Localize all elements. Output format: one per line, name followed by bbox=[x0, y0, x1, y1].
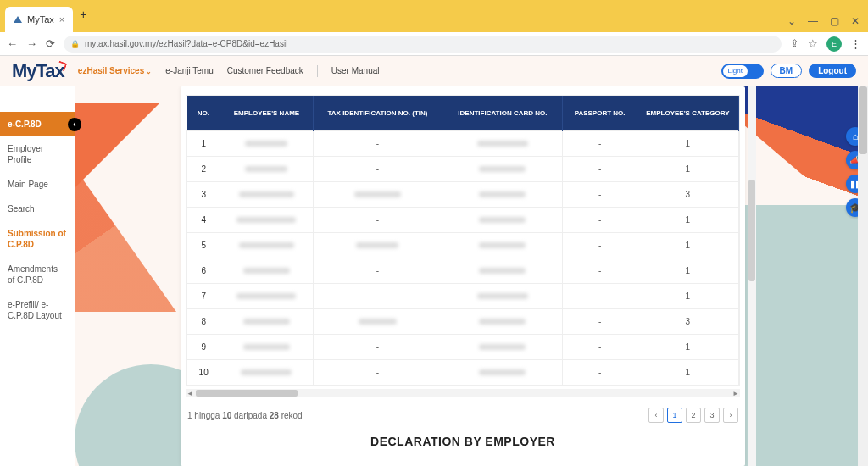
ezhasil-services-menu[interactable]: ezHasil Services⌄ bbox=[78, 66, 152, 75]
table-cell: 10 bbox=[187, 360, 220, 386]
table-cell: - bbox=[563, 258, 637, 284]
scrollbar-thumb[interactable] bbox=[196, 390, 298, 397]
table-cell: - bbox=[563, 157, 637, 182]
table-cell: 2 bbox=[187, 157, 220, 182]
table-row: 1--1 bbox=[187, 131, 739, 157]
table-row: 8-3 bbox=[187, 309, 739, 335]
table-cell bbox=[313, 309, 442, 335]
window-controls: ⌄ — ▢ ✕ bbox=[787, 15, 868, 32]
table-header: NO. bbox=[187, 96, 220, 131]
sidebar-item-1[interactable]: Main Page bbox=[0, 172, 75, 197]
star-icon[interactable]: ☆ bbox=[808, 37, 818, 50]
table-cell bbox=[442, 131, 563, 157]
tab-title: MyTax bbox=[27, 14, 54, 25]
header-link-feedback[interactable]: Customer Feedback bbox=[227, 66, 303, 75]
header-link-manual[interactable]: User Manual bbox=[331, 66, 380, 75]
content-scrollbar[interactable] bbox=[748, 86, 756, 466]
table-cell bbox=[220, 233, 313, 258]
close-tab-icon[interactable]: × bbox=[59, 14, 64, 25]
table-cell: 6 bbox=[187, 258, 220, 284]
table-cell: - bbox=[313, 360, 442, 386]
table-cell: 8 bbox=[187, 309, 220, 335]
table-cell: - bbox=[563, 131, 637, 157]
maximize-icon[interactable]: ▢ bbox=[830, 15, 839, 27]
table-cell: 1 bbox=[637, 208, 738, 233]
kebab-menu-icon[interactable]: ⋮ bbox=[850, 37, 861, 50]
table-cell: - bbox=[563, 284, 637, 309]
table-cell: - bbox=[563, 309, 637, 335]
table-cell: - bbox=[563, 208, 637, 233]
table-cell: - bbox=[313, 335, 442, 360]
table-cell: 3 bbox=[187, 182, 220, 208]
table-cell: 3 bbox=[637, 182, 738, 208]
scroll-right-icon[interactable]: ► bbox=[732, 390, 740, 397]
table-cell: 7 bbox=[187, 284, 220, 309]
sidebar-item-4[interactable]: Amendments of C.P.8D bbox=[0, 257, 75, 292]
minimize-icon[interactable]: — bbox=[808, 15, 818, 27]
content-panel: NO.EMPLOYEE'S NAMETAX IDENTIFICATION NO.… bbox=[181, 86, 745, 466]
table-cell bbox=[313, 182, 442, 208]
header-link-ejanji[interactable]: e-Janji Temu bbox=[165, 66, 214, 75]
close-window-icon[interactable]: ✕ bbox=[851, 15, 860, 27]
table-cell bbox=[220, 182, 313, 208]
language-button[interactable]: BM bbox=[771, 64, 803, 78]
table-cell: - bbox=[313, 258, 442, 284]
forward-icon[interactable]: → bbox=[26, 37, 37, 50]
table-cell: 3 bbox=[637, 309, 738, 335]
table-cell bbox=[442, 335, 563, 360]
table-cell: 1 bbox=[187, 131, 220, 157]
table-row: 6--1 bbox=[187, 258, 739, 284]
lock-icon: 🔒 bbox=[70, 40, 80, 48]
sidebar-item-3[interactable]: Submission of C.P.8D bbox=[0, 221, 75, 257]
table-cell: 9 bbox=[187, 335, 220, 360]
table-cell: 1 bbox=[637, 233, 738, 258]
back-icon[interactable]: ← bbox=[7, 37, 18, 50]
table-cell bbox=[442, 208, 563, 233]
table-cell bbox=[220, 258, 313, 284]
sidebar-collapse-icon[interactable]: ‹ bbox=[68, 118, 81, 131]
theme-toggle[interactable]: Light bbox=[721, 64, 764, 79]
logout-button[interactable]: Logout bbox=[809, 64, 856, 78]
profile-avatar[interactable]: E bbox=[826, 36, 842, 52]
mytax-logo[interactable]: MyTax bbox=[12, 60, 64, 82]
employee-table: NO.EMPLOYEE'S NAMETAX IDENTIFICATION NO.… bbox=[186, 95, 740, 386]
table-cell bbox=[442, 284, 563, 309]
sidebar-item-5[interactable]: e-Prefill/ e-C.P.8D Layout bbox=[0, 292, 75, 328]
page-button[interactable]: 3 bbox=[704, 408, 720, 423]
table-cell: 1 bbox=[637, 157, 738, 182]
page-button[interactable]: 1 bbox=[667, 408, 682, 423]
table-cell: 1 bbox=[637, 258, 738, 284]
sidebar-item-0[interactable]: Employer Profile bbox=[0, 136, 75, 172]
table-header: IDENTIFICATION CARD NO. bbox=[442, 96, 563, 131]
new-tab-button[interactable]: + bbox=[80, 8, 86, 21]
url-input[interactable]: 🔒 mytax.hasil.gov.my/ezHasil?data=e-CP8D… bbox=[64, 36, 782, 53]
reload-icon[interactable]: ⟳ bbox=[46, 37, 55, 50]
table-cell: 1 bbox=[637, 360, 738, 386]
table-cell bbox=[220, 309, 313, 335]
table-row: 2--1 bbox=[187, 157, 739, 182]
table-header: EMPLOYEE'S CATEGORY bbox=[637, 96, 738, 131]
table-cell bbox=[220, 157, 313, 182]
page-button[interactable]: 2 bbox=[686, 408, 701, 423]
browser-tab-strip: MyTax × + ⌄ — ▢ ✕ bbox=[0, 0, 868, 32]
table-cell: 1 bbox=[637, 131, 738, 157]
table-cell: - bbox=[563, 233, 637, 258]
sidebar-item-2[interactable]: Search bbox=[0, 197, 75, 221]
table-horizontal-scrollbar[interactable]: ◄ ► bbox=[186, 389, 740, 397]
page-button[interactable]: › bbox=[723, 408, 738, 423]
table-cell bbox=[442, 157, 563, 182]
scroll-left-icon[interactable]: ◄ bbox=[186, 390, 194, 397]
browser-scrollbar[interactable] bbox=[858, 86, 868, 466]
divider bbox=[317, 65, 318, 77]
address-bar: ← → ⟳ 🔒 mytax.hasil.gov.my/ezHasil?data=… bbox=[0, 32, 868, 56]
chevron-down-icon[interactable]: ⌄ bbox=[787, 15, 796, 27]
page-button[interactable]: ‹ bbox=[648, 408, 664, 423]
browser-tab[interactable]: MyTax × bbox=[5, 7, 73, 32]
sidebar-section-ecp8d[interactable]: e-C.P.8D ‹ bbox=[0, 112, 75, 136]
tab-favicon bbox=[14, 16, 22, 23]
table-cell: - bbox=[313, 157, 442, 182]
table-header: EMPLOYEE'S NAME bbox=[220, 96, 313, 131]
share-icon[interactable]: ⇪ bbox=[790, 37, 799, 50]
table-cell bbox=[442, 258, 563, 284]
pagination: ‹123› bbox=[648, 408, 738, 423]
